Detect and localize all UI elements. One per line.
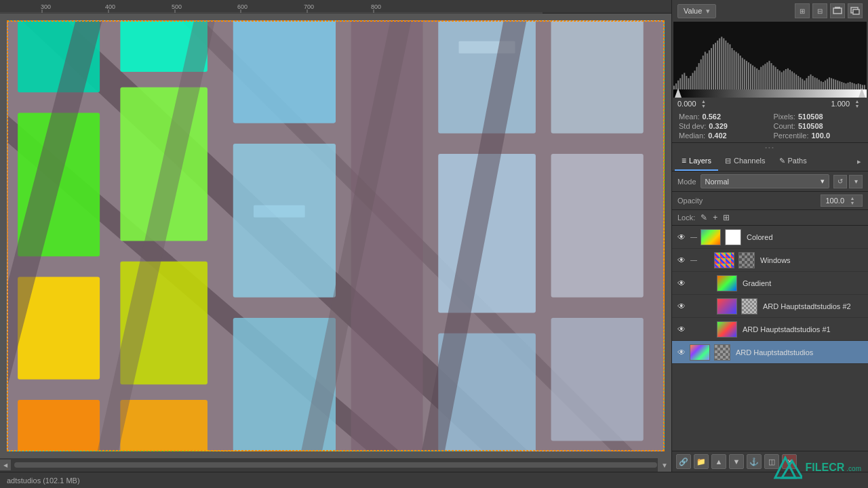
layer-vis-gradient[interactable]: 👁 xyxy=(676,278,687,289)
opacity-value-text: 100.0 xyxy=(825,197,844,205)
svg-rect-41 xyxy=(254,205,305,218)
percentile-value: 100.0 xyxy=(811,131,830,140)
svg-rect-48 xyxy=(833,8,842,14)
layer-item-ard2[interactable]: 👁 ARD Hauptstadtstudios #2 xyxy=(672,295,868,318)
layer-item-ardmain[interactable]: 👁 ARD Hauptstadtstudios xyxy=(672,341,868,364)
histogram-values: 0.000 ▲ ▼ 1.000 ▲ ▼ xyxy=(672,98,868,110)
svg-rect-80 xyxy=(729,44,730,89)
svg-rect-125 xyxy=(823,82,824,89)
histogram-channel-dropdown[interactable]: Value ▾ xyxy=(677,4,716,18)
layer-vis-ardmain[interactable]: 👁 xyxy=(676,347,687,358)
svg-rect-108 xyxy=(787,68,789,89)
svg-rect-94 xyxy=(758,70,760,89)
svg-rect-51 xyxy=(853,9,859,14)
layer-item-windows[interactable]: 👁 — Windows xyxy=(672,249,868,272)
svg-rect-86 xyxy=(742,58,743,89)
layer-item-gradient[interactable]: 👁 Gradient xyxy=(672,272,868,295)
svg-rect-49 xyxy=(835,7,840,9)
new-link-button[interactable]: 🔗 xyxy=(676,454,691,469)
opacity-input[interactable]: 100.0 ▲ ▼ xyxy=(821,195,863,207)
svg-rect-61 xyxy=(690,76,691,89)
count-value: 510508 xyxy=(798,122,823,130)
layer-vis-colored[interactable]: 👁 xyxy=(676,232,687,243)
tab-channels[interactable]: ⊟ Channels xyxy=(718,152,772,171)
histogram-icon-2[interactable]: ⊟ xyxy=(812,3,827,18)
svg-rect-102 xyxy=(775,67,776,89)
layers-tabs: ≡ Layers ⊟ Channels ✎ Paths ▸ xyxy=(672,152,868,171)
histogram-icon-1[interactable]: ⊞ xyxy=(795,3,810,18)
svg-rect-135 xyxy=(843,83,844,89)
max-value-spinner[interactable]: ▲ ▼ xyxy=(852,100,863,107)
mode-dropdown[interactable]: Normal ▾ xyxy=(701,174,829,188)
svg-rect-106 xyxy=(783,70,785,89)
gradient-handle-left[interactable] xyxy=(675,88,682,98)
histogram-section: Value ▾ ⊞ ⊟ xyxy=(672,0,868,143)
anchor-button[interactable]: ⚓ xyxy=(747,454,762,469)
histogram-graph xyxy=(673,22,867,89)
svg-rect-85 xyxy=(740,56,741,89)
gradient-handle-right[interactable] xyxy=(859,88,865,98)
new-group-button[interactable]: 📁 xyxy=(694,454,709,469)
svg-rect-129 xyxy=(831,78,832,89)
layer-thumb-ard1 xyxy=(717,321,737,338)
svg-rect-98 xyxy=(766,62,768,89)
svg-rect-54 xyxy=(675,83,677,89)
layer-mask-colored xyxy=(725,229,741,245)
svg-rect-118 xyxy=(808,76,809,89)
layer-vis-ard1[interactable]: 👁 xyxy=(676,324,687,335)
layer-name-windows: Windows xyxy=(760,256,791,264)
scroll-track[interactable] xyxy=(14,462,657,468)
mode-refresh-btn[interactable]: ↺ xyxy=(833,175,847,188)
histogram-icon-3[interactable] xyxy=(830,3,845,18)
svg-rect-69 xyxy=(707,54,708,89)
svg-rect-109 xyxy=(789,70,791,89)
svg-rect-121 xyxy=(814,77,816,89)
up-button[interactable]: ▲ xyxy=(711,454,726,469)
svg-rect-134 xyxy=(841,82,842,89)
mode-extra-btn[interactable]: ▾ xyxy=(849,175,863,188)
min-value-spinner[interactable]: ▲ ▼ xyxy=(698,100,709,107)
mean-stat: Mean: 0.562 xyxy=(679,113,767,121)
svg-rect-97 xyxy=(764,64,766,89)
pixels-stat: Pixels: 510508 xyxy=(774,113,862,121)
histogram-gradient-bar xyxy=(673,89,867,98)
paths-tab-icon: ✎ xyxy=(779,157,785,165)
svg-rect-101 xyxy=(773,65,774,89)
layers-section: ≡ Layers ⊟ Channels ✎ Paths ▸ Mode Norma… xyxy=(672,152,868,472)
lock-all-icon[interactable]: ⊞ xyxy=(723,213,730,222)
layer-thumb-windows xyxy=(714,252,734,268)
opacity-spinner[interactable]: ▲ ▼ xyxy=(847,197,858,204)
tab-paths[interactable]: ✎ Paths xyxy=(772,152,814,171)
histogram-channel-label: Value xyxy=(684,7,702,15)
svg-rect-142 xyxy=(858,83,859,89)
layer-vis-windows[interactable]: 👁 xyxy=(676,255,687,266)
count-label: Count: xyxy=(774,122,795,130)
tab-layers[interactable]: ≡ Layers xyxy=(675,152,718,171)
svg-rect-77 xyxy=(723,38,724,89)
svg-rect-139 xyxy=(852,83,853,89)
lock-move-icon[interactable]: + xyxy=(713,213,717,222)
layer-item-colored[interactable]: 👁 — Colored xyxy=(672,226,868,249)
scroll-left-btn[interactable]: ◀ xyxy=(0,460,11,470)
svg-rect-96 xyxy=(762,65,764,89)
layer-vis-ard2[interactable]: 👁 xyxy=(676,301,687,312)
down-button[interactable]: ▼ xyxy=(729,454,744,469)
layers-opacity-row: Opacity 100.0 ▲ ▼ xyxy=(672,192,868,210)
svg-rect-104 xyxy=(779,70,781,89)
svg-text:700: 700 xyxy=(304,3,314,10)
layer-collapse-colored[interactable]: — xyxy=(690,233,698,241)
mode-icon-buttons: ↺ ▾ xyxy=(833,175,863,188)
layer-item-ard1[interactable]: 👁 ARD Hauptstadtstudios #1 xyxy=(672,318,868,341)
layer-name-ard2: ARD Hauptstadtstudios #2 xyxy=(763,302,851,310)
canvas-scrollbar[interactable]: ◀ ▶ ▼ xyxy=(0,458,671,472)
histogram-icon-4[interactable] xyxy=(848,3,863,18)
lock-paint-icon[interactable]: ✎ xyxy=(701,213,707,222)
svg-rect-70 xyxy=(709,50,710,89)
panel-menu-button[interactable]: ▸ xyxy=(853,155,865,167)
stddev-stat: Std dev: 0.329 xyxy=(679,122,767,130)
svg-rect-57 xyxy=(682,75,683,89)
lock-label: Lock: xyxy=(677,214,695,222)
layer-name-ardmain: ARD Hauptstadtstudios xyxy=(736,348,813,357)
svg-rect-136 xyxy=(845,83,846,89)
layer-collapse-windows[interactable]: — xyxy=(690,256,698,264)
